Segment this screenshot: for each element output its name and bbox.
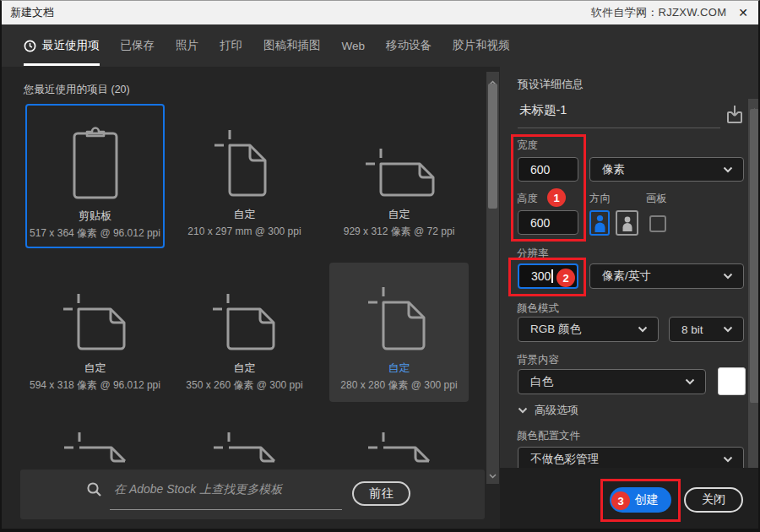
background-value: 白色 [530,374,553,389]
stock-search-bar: 在 Adobe Stock 上查找更多模板 前往 [20,470,485,519]
preset-dims: 517 x 364 像素 @ 96.012 ppi [30,225,160,241]
color-mode-dropdown[interactable]: RGB 颜色 [518,317,659,342]
right-scrollbar[interactable] [748,99,760,484]
tab-label: Web [342,40,366,52]
document-landscape-icon [208,263,282,357]
color-mode-value: RGB 颜色 [530,322,581,337]
clock-icon [24,40,36,52]
height-input[interactable]: 600 [518,210,578,235]
left-scrollbar[interactable] [486,72,499,484]
document-square-icon [365,263,434,357]
category-tabbar: 最近使用项 已保存 照片 打印 图稿和插图 Web 移动设备 胶片和视频 [2,24,758,67]
width-input[interactable]: 600 [518,157,578,182]
preset-details-header: 预设详细信息 [518,77,584,92]
document-landscape-icon [58,263,133,357]
new-document-dialog: 新建文档 软件自学网：RJZXW.COM ✕ 最近使用项 已保存 照片 打印 图… [0,0,760,532]
clipboard-icon [71,106,120,205]
tab-label: 图稿和插图 [263,38,321,53]
preset-dims: 594 x 318 像素 @ 96.012 ppi [30,377,160,393]
close-button[interactable]: 关闭 [684,487,743,513]
chevron-down-icon [723,166,733,173]
chevron-down-icon [685,378,695,385]
save-preset-icon[interactable] [725,104,745,128]
preset-card-custom-280[interactable]: 自定 280 x 280 像素 @ 300 ppi [329,263,469,402]
document-landscape-icon-partial[interactable] [363,427,437,464]
tab-art-illustration[interactable]: 图稿和插图 [263,24,321,67]
background-dropdown[interactable]: 白色 [518,369,706,394]
document-wide-icon [359,104,440,204]
color-profile-value: 不做色彩管理 [530,452,599,467]
resolution-unit-value: 像素/英寸 [602,269,651,284]
advanced-options-label: 高级选项 [535,403,578,418]
advanced-options-toggle[interactable]: 高级选项 [518,403,578,418]
go-button[interactable]: 前往 [352,481,410,506]
text-caret [551,269,553,283]
resolution-input[interactable]: 300 [518,263,578,289]
height-value: 600 [530,216,550,230]
tab-photo[interactable]: 照片 [176,24,198,67]
document-landscape-icon-partial[interactable] [59,427,133,464]
bit-depth-value: 8 bit [681,323,703,336]
tab-film-video[interactable]: 胶片和视频 [453,24,510,67]
document-portrait-icon [212,104,278,204]
orientation-portrait-button[interactable] [589,210,610,236]
preset-card-custom-wide[interactable]: 自定 929 x 312 像素 @ 72 ppi [329,104,469,248]
close-icon[interactable]: ✕ [738,7,748,19]
preset-name: 自定 [84,361,106,376]
document-name-input[interactable]: 未标题-1 [519,102,567,118]
preset-card-custom-594[interactable]: 自定 594 x 318 像素 @ 96.012 ppi [25,263,165,402]
preset-name: 自定 [388,207,410,222]
preset-card-custom-350[interactable]: 自定 350 x 260 像素 @ 300 ppi [175,263,314,402]
color-profile-label: 颜色配置文件 [517,429,580,443]
tab-saved[interactable]: 已保存 [121,24,155,67]
scrollbar-thumb[interactable] [488,84,497,209]
preset-name: 自定 [234,361,256,376]
preset-name: 剪贴板 [79,209,111,224]
orientation-label: 方向 [589,192,611,206]
titlebar: 新建文档 软件自学网：RJZXW.COM ✕ [2,1,758,24]
stock-search-input[interactable]: 在 Adobe Stock 上查找更多模板 [114,482,282,497]
artboard-checkbox[interactable] [649,215,666,232]
tab-label: 移动设备 [386,38,432,53]
search-icon [86,481,102,497]
dialog-title: 新建文档 [10,5,54,20]
background-color-swatch[interactable] [718,367,746,395]
scroll-down-icon[interactable] [486,467,499,482]
tab-web[interactable]: Web [342,24,366,67]
background-label: 背景内容 [517,353,559,367]
preset-dims: 929 x 312 像素 @ 72 ppi [344,224,455,239]
scrollbar-thumb[interactable] [750,109,759,403]
artboard-label: 画板 [646,192,667,206]
bit-depth-dropdown[interactable]: 8 bit [669,317,744,342]
tab-label: 最近使用项 [42,38,100,53]
tab-mobile[interactable]: 移动设备 [386,24,432,67]
unit-value: 像素 [602,162,625,177]
landscape-person-icon [621,214,634,231]
tab-recent[interactable]: 最近使用项 [24,24,100,67]
tab-print[interactable]: 打印 [220,24,242,67]
orientation-landscape-button[interactable] [616,210,638,236]
preset-name: 自定 [234,207,256,222]
color-mode-label: 颜色模式 [517,301,559,316]
document-landscape-icon-partial[interactable] [209,427,283,464]
tab-label: 打印 [220,38,242,53]
search-underline [110,509,342,510]
chevron-down-icon [638,326,648,333]
resolution-label: 分辨率 [517,247,549,261]
recent-header: 您最近使用的项目 (20) [24,83,130,97]
chevron-down-icon [723,326,733,333]
preset-details-panel: 预设详细信息 未标题-1 宽度 600 像素 高度 600 方向 画板 [500,67,760,529]
preset-card-custom-a4[interactable]: 自定 210 x 297 mm @ 300 ppi [175,104,314,248]
watermark-site-label: 软件自学网：RJZXW.COM [591,5,727,20]
unit-dropdown[interactable]: 像素 [589,157,744,182]
width-label: 宽度 [517,138,538,153]
preset-name: 自定 [388,361,410,376]
chevron-down-icon [723,456,733,463]
tab-label: 胶片和视频 [453,38,510,53]
document-name-underline [518,128,720,128]
create-button[interactable]: 创建 [610,487,671,513]
preset-card-clipboard[interactable]: 剪贴板 517 x 364 像素 @ 96.012 ppi [25,104,165,248]
preset-dims: 280 x 280 像素 @ 300 ppi [340,377,457,393]
resolution-value: 300 [531,269,551,283]
resolution-unit-dropdown[interactable]: 像素/英寸 [589,263,744,289]
